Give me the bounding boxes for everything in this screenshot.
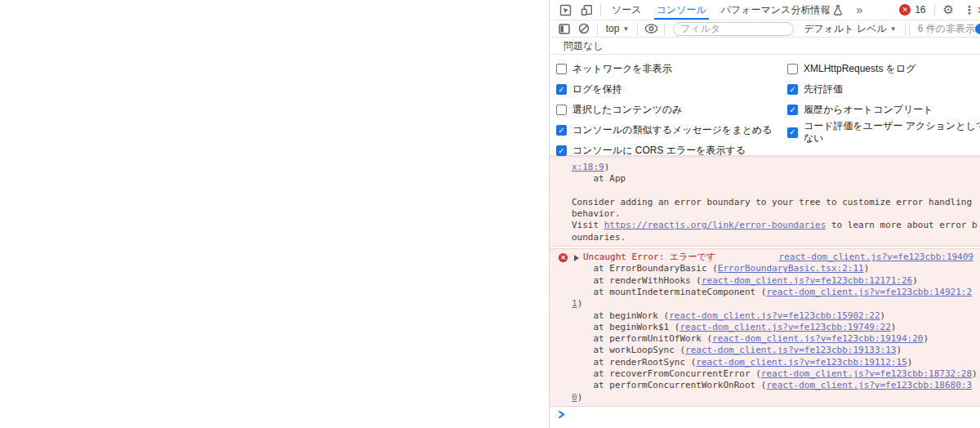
setting-row-left-3[interactable]: ✓コンソールの類似するメッセージをまとめる	[556, 120, 787, 140]
checked-checkbox[interactable]: ✓	[787, 84, 798, 95]
source-location-link[interactable]: react-dom_client.js?v=fe123cbb:18732:28	[761, 368, 972, 379]
stack-trace: x:18:9) at AppConsider adding an error b…	[572, 162, 979, 243]
tab-console[interactable]: コンソール	[649, 0, 714, 20]
separator	[664, 23, 665, 35]
console-text: at ErrorBoundaryBasic (	[572, 263, 718, 274]
setting-row-left-4[interactable]: ✓コンソールに CORS エラーを表示する	[556, 140, 787, 161]
checked-checkbox[interactable]: ✓	[787, 127, 798, 138]
more-tabs-button[interactable]: »	[850, 0, 868, 20]
source-location-link[interactable]: react-dom_client.js?v=fe123cbb:12171:26	[702, 275, 912, 286]
console-text: at renderWithHooks (	[572, 275, 702, 286]
stack-frame-line: Visit https://reactjs.org/link/error-bou…	[572, 220, 979, 243]
console-text: )	[923, 333, 929, 344]
source-location-link[interactable]: react-dom_client.js?v=fe123cbb:15902:22	[669, 310, 880, 321]
console-text: at mountIndeterminateComponent (	[572, 287, 766, 297]
stack-frame-line: at beginWork$1 (react-dom_client.js?v=fe…	[572, 322, 979, 333]
source-location-link[interactable]: react-dom_client.js?v=fe123cbb:19194:20	[712, 333, 923, 344]
prompt-chevron-icon	[558, 410, 565, 419]
issues-bar[interactable]: 問題なし	[550, 38, 980, 55]
separator	[600, 4, 601, 16]
setting-label[interactable]: ネットワークを非表示	[572, 63, 672, 75]
source-location-link[interactable]: react-dom_client.js?v=fe123cbb:19133:13	[685, 345, 896, 355]
tab-performance-insights[interactable]: パフォーマンス分析情報	[714, 0, 851, 20]
context-selector-value: top	[606, 23, 620, 34]
clear-console-icon[interactable]	[574, 20, 594, 37]
unchecked-checkbox[interactable]	[556, 64, 567, 74]
tab-sources[interactable]: ソース	[604, 0, 649, 20]
log-levels-label: デフォルト レベル	[804, 22, 887, 36]
console-text: )	[907, 357, 913, 368]
console-messages-area: x:18:9) at AppConsider adding an error b…	[550, 156, 980, 407]
checked-checkbox[interactable]: ✓	[556, 145, 567, 156]
console-sidebar-toggle-icon[interactable]	[555, 20, 574, 37]
setting-label[interactable]: XMLHttpRequests をログ	[804, 63, 980, 75]
setting-row-right-1[interactable]: ✓先行評価	[787, 79, 980, 100]
console-text: )	[864, 263, 870, 274]
setting-label[interactable]: コンソールに CORS エラーを表示する	[572, 145, 746, 157]
console-text: at workLoopSync (	[572, 345, 685, 355]
chevron-down-icon: ▼	[890, 25, 897, 33]
error-count-badge[interactable]: ✕ 16	[894, 0, 930, 20]
source-location-link[interactable]: https://reactjs.org/link/error-boundarie…	[604, 220, 826, 230]
tab-label: コンソール	[657, 3, 706, 17]
error-message-text: Uncaught Error: エラーです	[572, 252, 773, 263]
checked-checkbox[interactable]: ✓	[787, 105, 798, 115]
console-text: at beginWork$1 (	[572, 322, 679, 332]
console-text: at recoverFromConcurrentError (	[572, 368, 761, 379]
setting-label[interactable]: 履歴からオートコンプリート	[804, 104, 980, 116]
setting-row-right-0[interactable]: XMLHttpRequests をログ	[787, 59, 980, 79]
expand-triangle-icon[interactable]	[574, 255, 579, 261]
setting-label[interactable]: 選択したコンテンツのみ	[572, 104, 683, 116]
unchecked-checkbox[interactable]	[787, 64, 798, 74]
console-text: )	[604, 162, 610, 172]
unchecked-checkbox[interactable]	[556, 105, 567, 115]
console-prompt[interactable]	[550, 407, 980, 423]
close-devtools-icon[interactable]: ✕	[977, 0, 980, 20]
message-source-link[interactable]: react-dom_client.js?v=fe123cbb:19409	[779, 252, 973, 263]
source-location-link[interactable]: ErrorBoundaryBasic.tsx:2:11	[718, 263, 864, 274]
separator	[597, 23, 598, 35]
error-message-header: Uncaught Error: エラーですreact-dom_client.js…	[572, 252, 973, 263]
stack-frame-line: at performUnitOfWork (react-dom_client.j…	[572, 333, 979, 345]
tabs: ソースコンソールパフォーマンス分析情報	[604, 0, 850, 20]
settings-column-left: ネットワークを非表示✓ログを保持選択したコンテンツのみ✓コンソールの類似するメッ…	[556, 59, 787, 161]
stack-frame-line: at mountIndeterminateComponent (react-do…	[572, 287, 979, 310]
setting-label[interactable]: コンソールの類似するメッセージをまとめる	[572, 124, 773, 136]
filter-active-icon[interactable]	[975, 24, 980, 34]
checked-checkbox[interactable]: ✓	[556, 84, 567, 95]
hidden-messages-count[interactable]: 6 件の非表示	[913, 22, 980, 36]
console-text: )	[880, 310, 886, 321]
eye-icon	[644, 24, 658, 33]
stack-frame-line: at App	[572, 173, 979, 185]
setting-row-left-2[interactable]: 選択したコンテンツのみ	[556, 100, 787, 120]
source-location-link[interactable]: react-dom_client.js?v=fe123cbb:19112:15	[696, 357, 906, 368]
block-icon	[578, 23, 590, 34]
beaker-icon	[833, 5, 843, 16]
setting-label[interactable]: ログを保持	[572, 83, 622, 96]
setting-label[interactable]: コード評価をユーザー アクションとして扱わない	[804, 120, 980, 145]
setting-row-left-1[interactable]: ✓ログを保持	[556, 79, 787, 100]
context-selector-dropdown[interactable]: top ▼	[601, 23, 635, 34]
setting-row-right-2[interactable]: ✓履歴からオートコンプリート	[787, 100, 980, 120]
settings-gear-icon[interactable]: ⚙	[938, 0, 959, 20]
console-text: at performUnitOfWork (	[572, 333, 712, 344]
inspect-element-icon[interactable]	[555, 0, 576, 20]
tab-label: ソース	[612, 3, 642, 17]
sidebar-icon	[559, 24, 570, 34]
live-expression-eye-icon[interactable]	[641, 20, 661, 37]
separator	[909, 23, 910, 35]
source-location-link[interactable]: x:18:9	[572, 162, 604, 172]
device-toolbar-icon[interactable]	[576, 0, 597, 20]
filter-input[interactable]	[673, 22, 794, 36]
stack-frame-line: Consider adding an error boundary to you…	[572, 197, 979, 221]
error-count: 16	[915, 4, 925, 16]
screen: ソースコンソールパフォーマンス分析情報 » ✕ 16 ⚙ ⋮ ✕	[0, 0, 980, 428]
stack-frame-line	[572, 185, 979, 197]
setting-label[interactable]: 先行評価	[804, 83, 980, 96]
setting-row-left-0[interactable]: ネットワークを非表示	[556, 59, 787, 79]
console-text: at renderRootSync (	[572, 357, 696, 368]
checked-checkbox[interactable]: ✓	[556, 125, 567, 136]
source-location-link[interactable]: react-dom_client.js?v=fe123cbb:19749:22	[679, 322, 890, 332]
setting-row-right-3[interactable]: ✓コード評価をユーザー アクションとして扱わない	[787, 120, 980, 145]
log-levels-dropdown[interactable]: デフォルト レベル ▼	[799, 22, 902, 36]
